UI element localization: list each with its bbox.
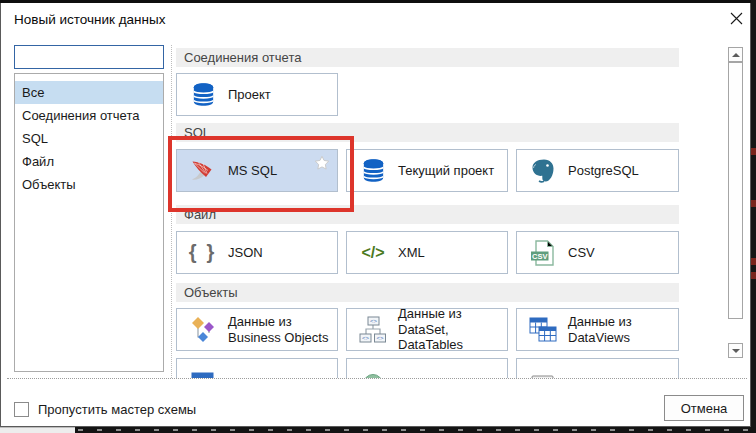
datasource-tile[interactable]: Текущий проект — [346, 149, 508, 192]
section-header: Соединения отчета — [176, 48, 679, 67]
section-header: SQL — [176, 123, 679, 142]
tile-label: PostgreSQL — [568, 163, 643, 179]
svg-text:<>: <> — [370, 318, 378, 324]
section-header: Объекты — [176, 283, 679, 302]
search-input[interactable] — [14, 45, 164, 69]
datasource-gallery: Соединения отчетаПроектSQLMS SQLТекущий … — [176, 45, 679, 378]
cancel-button[interactable]: Отмена — [664, 395, 744, 421]
datasource-tile[interactable] — [516, 358, 679, 378]
new-datasource-dialog: Новый источник данных ВсеСоединения отче… — [0, 2, 751, 427]
datasource-tile[interactable]: <><><>Данные из DataSet, DataTables — [346, 308, 508, 351]
tile-label: JSON — [228, 245, 267, 261]
database-icon — [188, 80, 218, 110]
sidebar-item[interactable]: Объекты — [15, 173, 163, 196]
svg-text:<>: <> — [376, 335, 384, 341]
app-background-bottom-strip — [0, 427, 756, 433]
category-listbox: ВсеСоединения отчетаSQLФайлОбъекты — [14, 73, 164, 372]
scrollbar-up-button[interactable] — [728, 47, 743, 62]
skip-schema-wizard-checkbox[interactable] — [14, 402, 29, 417]
close-button[interactable] — [724, 8, 748, 32]
json-icon: { } — [188, 238, 218, 268]
dataviews-icon — [528, 315, 558, 345]
dataset-icon: <><><> — [358, 315, 388, 345]
new-datasource-dialog-screen: Новый источник данных ВсеСоединения отче… — [0, 0, 756, 433]
dialog-title: Новый источник данных — [14, 12, 165, 27]
tile-label: XML — [398, 245, 429, 261]
star-icon[interactable] — [314, 155, 330, 175]
datasource-tile[interactable]: MS SQL — [176, 149, 338, 192]
scrollbar-down-button[interactable] — [728, 343, 743, 358]
datasource-tile[interactable]: Данные из Business Objects — [176, 308, 338, 351]
tile-label: Текущий проект — [398, 163, 498, 179]
svg-text:<>: <> — [362, 335, 370, 341]
database-icon — [358, 156, 388, 186]
circle-green-icon — [358, 365, 388, 379]
arrow-down-icon — [732, 349, 740, 353]
box-gray-icon — [528, 365, 558, 379]
table-blue-icon — [188, 365, 218, 379]
ruler-dashes — [78, 429, 754, 431]
datasource-tile[interactable] — [176, 358, 338, 378]
datasource-tile[interactable]: { }JSON — [176, 231, 338, 274]
scrollbar-thumb[interactable] — [728, 62, 743, 319]
csv-icon: CSV — [528, 238, 558, 268]
footer-separator — [7, 378, 747, 379]
skip-schema-wizard-label: Пропустить мастер схемы — [38, 402, 196, 417]
tile-label: Данные из Business Objects — [228, 314, 337, 345]
business-objects-icon — [188, 315, 218, 345]
datasource-tile[interactable]: CSVCSV — [516, 231, 679, 274]
tile-label: Данные из DataSet, DataTables — [398, 306, 507, 353]
datasource-tile[interactable]: Данные из DataViews — [516, 308, 679, 351]
svg-text:CSV: CSV — [531, 251, 546, 260]
app-background-right-strip — [751, 0, 756, 433]
sidebar-item[interactable]: Файл — [15, 150, 163, 173]
datasource-tile[interactable] — [346, 358, 508, 378]
tile-label: MS SQL — [228, 163, 281, 179]
close-icon — [730, 11, 743, 29]
sidebar-item[interactable]: SQL — [15, 127, 163, 150]
tile-label: CSV — [568, 245, 599, 261]
mssql-icon — [188, 156, 218, 186]
postgresql-icon — [528, 156, 558, 186]
sidebar-item[interactable]: Все — [15, 81, 163, 104]
section-header: Файл — [176, 205, 679, 224]
arrow-up-icon — [732, 53, 740, 57]
app-background-corner — [0, 427, 75, 433]
sidebar-item[interactable]: Соединения отчета — [15, 104, 163, 127]
app-background-top-strip — [0, 0, 756, 3]
tile-label: Проект — [228, 87, 275, 103]
datasource-tile[interactable]: Проект — [176, 73, 338, 116]
tile-label: Данные из DataViews — [568, 314, 678, 345]
datasource-tile[interactable]: </>XML — [346, 231, 508, 274]
panel-divider — [171, 45, 172, 378]
datasource-tile[interactable]: PostgreSQL — [516, 149, 679, 192]
xml-icon: </> — [358, 238, 388, 268]
